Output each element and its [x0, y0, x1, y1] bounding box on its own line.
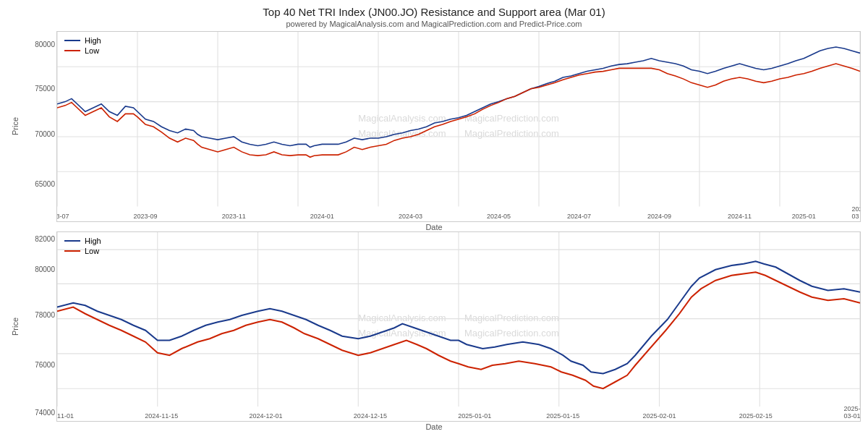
charts-container: Price 65000 70000 75000 80000 MagicalAna…	[7, 31, 861, 431]
page-subtitle: powered by MagicalAnalysis.com and Magic…	[7, 20, 861, 28]
page-title: Top 40 Net TRI Index (JN00.JO) Resistanc…	[7, 6, 861, 18]
top-legend-high: High	[64, 36, 101, 45]
bottom-legend-high: High	[64, 237, 101, 245]
bottom-y-ticks: 74000 76000 78000 80000 82000	[23, 231, 56, 422]
bottom-high-label: High	[85, 237, 101, 245]
top-x-axis: 2023-07 2023-09 2023-11 2024-01 2024-03 …	[57, 207, 860, 221]
bottom-chart-panel: Price 74000 76000 78000 80000 82000 Magi…	[7, 231, 861, 432]
bottom-low-line-icon	[64, 250, 80, 252]
bottom-x-axis: 2024-11-01 2024-11-15 2024-12-01 2024-12…	[57, 407, 860, 421]
high-line-icon	[64, 40, 80, 41]
top-chart-panel: Price 65000 70000 75000 80000 MagicalAna…	[7, 31, 861, 231]
top-chart-svg	[57, 32, 860, 207]
bottom-low-label: Low	[85, 247, 99, 255]
bottom-high-line-icon	[64, 240, 80, 242]
top-y-axis-label: Price	[11, 117, 20, 135]
top-y-ticks: 65000 70000 75000 80000	[23, 31, 56, 222]
top-low-label: Low	[85, 46, 99, 55]
bottom-chart-area: MagicalAnalysis.com MagicalPrediction.co…	[56, 231, 861, 422]
bottom-y-axis-label: Price	[11, 318, 20, 336]
bottom-chart-svg	[57, 232, 860, 407]
page-wrapper: Top 40 Net TRI Index (JN00.JO) Resistanc…	[0, 0, 868, 434]
top-high-label: High	[85, 36, 101, 45]
bottom-x-label: Date	[7, 422, 861, 431]
top-x-label: Date	[7, 223, 861, 231]
top-chart-area: MagicalAnalysis.com MagicalPrediction.co…	[56, 31, 861, 222]
low-line-icon	[64, 50, 80, 51]
bottom-legend-low: Low	[64, 247, 101, 255]
bottom-legend: High Low	[64, 237, 101, 255]
top-legend: High Low	[64, 36, 101, 55]
top-legend-low: Low	[64, 46, 101, 55]
